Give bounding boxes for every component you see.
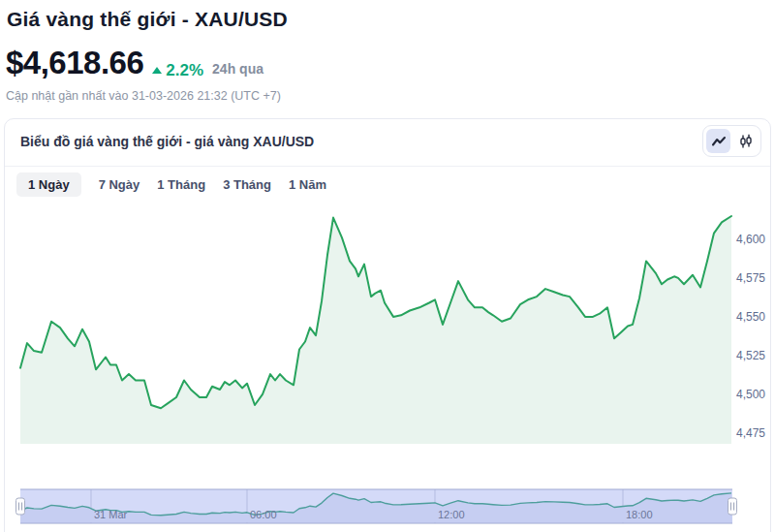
last-updated-text: Cập nhật gần nhất vào 31-03-2026 21:32 (… [6,89,281,103]
tab-1-day[interactable]: 1 Ngày [16,172,81,197]
tab-3-months[interactable]: 3 Tháng [223,172,271,197]
y-axis-tick-label: 4,575 [736,271,765,285]
y-axis-tick-label: 4,475 [736,426,765,440]
line-chart-icon [711,134,727,149]
y-axis-tick-label: 4,550 [736,310,765,324]
chart-navigator[interactable] [20,489,732,523]
chart-type-toggle [702,125,761,157]
page-title: Giá vàng thế giới - XAU/USD [7,8,288,31]
y-axis-tick-label: 4,500 [736,388,765,401]
candlestick-chart-button[interactable] [733,129,758,153]
price-row: $4,618.66 2.2% 24h qua [6,45,264,81]
time-range-tabs: 1 Ngày 7 Ngày 1 Tháng 3 Tháng 1 Năm [16,172,326,197]
tab-1-month[interactable]: 1 Tháng [157,172,205,197]
divider [5,166,770,167]
y-axis-tick-label: 4,525 [736,349,765,362]
chart-plot-area[interactable] [20,208,731,444]
change-period: 24h qua [212,61,264,77]
candlestick-icon [738,134,754,149]
tab-7-days[interactable]: 7 Ngày [99,172,140,197]
gold-price-page: Giá vàng thế giới - XAU/USD $4,618.66 2.… [0,0,775,532]
change-percent: 2.2% [166,61,203,80]
price-change: 2.2% [152,61,203,80]
current-price: $4,618.66 [6,45,143,81]
tab-1-year[interactable]: 1 Năm [289,172,326,197]
y-axis-tick-label: 4,600 [736,233,765,246]
up-arrow-icon [152,67,162,74]
chart-card-title: Biểu đồ giá vàng thế giới - giá vàng XAU… [20,134,314,149]
line-chart-button[interactable] [706,129,730,153]
